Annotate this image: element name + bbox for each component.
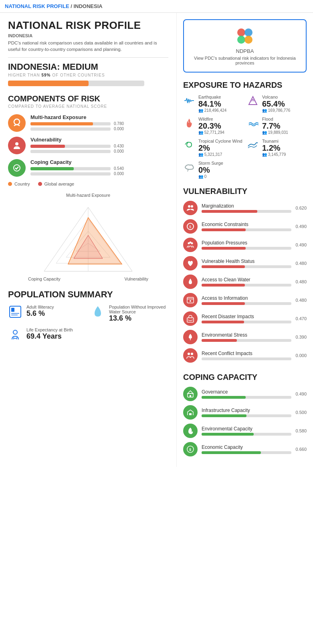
exposure-avg-value: 0.000 xyxy=(114,127,124,131)
disaster-impacts-fill xyxy=(202,321,244,323)
radar-label-right: Vulnerability xyxy=(124,277,148,281)
infrastructure-content: Infrastructure Capacity xyxy=(202,408,291,417)
risk-subtitle: HIGHER THAN 59% OF OTHER COUNTRIES xyxy=(8,73,168,77)
information-content: Access to Information xyxy=(202,295,291,305)
clean-water-track xyxy=(202,284,291,287)
storm-pop: 👥 0 xyxy=(198,174,223,179)
component-exposure: Multi-hazard Exposure 0.780 0.000 xyxy=(8,114,168,132)
metric-env-capacity: Environmental Capacity 0.580 xyxy=(183,424,307,438)
left-column: NATIONAL RISK PROFILE INDONESIA PDC's na… xyxy=(0,13,176,467)
vulnerability-bars: Vulnerability 0.430 0.000 xyxy=(30,137,168,154)
information-icon xyxy=(183,293,198,307)
pop-illiteracy: Adult Illiteracy 5.6 % xyxy=(8,305,86,323)
page-title: NATIONAL RISK PROFILE xyxy=(8,19,168,32)
hazard-cyclone: Tropical Cyclone Wind 2% 👥 5,321,317 xyxy=(183,139,243,157)
risk-progress-fill xyxy=(8,81,89,86)
clean-water-fill xyxy=(202,284,245,287)
right-column: NDPBA View PDC's subnational risk indica… xyxy=(176,13,313,467)
marginalization-track xyxy=(202,210,291,213)
pop-water: Population Without Improved Water Source… xyxy=(91,305,168,323)
marginalization-content: Marginalization xyxy=(202,203,291,213)
ndpba-desc: View PDC's subnational risk indicators f… xyxy=(190,56,299,65)
coping-icon xyxy=(8,159,26,177)
exposure-bars: Multi-hazard Exposure 0.780 0.000 xyxy=(30,114,168,132)
governance-fill xyxy=(202,396,246,399)
svg-point-25 xyxy=(188,205,190,208)
metric-disaster-impacts: Recent Disaster Impacts 0.470 xyxy=(183,311,307,326)
governance-name: Governance xyxy=(202,389,291,395)
pop-life-expectancy: Life Expectancy at Birth 69.4 Years xyxy=(8,327,86,342)
earthquake-name: Earthquake xyxy=(198,95,226,99)
flood-pct: 7.7% xyxy=(262,121,288,130)
breadcrumb: NATIONAL RISK PROFILE / INDONESIA xyxy=(0,0,313,13)
illiteracy-text: Adult Illiteracy 5.6 % xyxy=(26,305,54,318)
conflict-content: Recent Conflict Impacts xyxy=(202,351,291,360)
storm-pct: 0% xyxy=(198,166,223,174)
population-pressures-track xyxy=(202,247,291,250)
disaster-impacts-track xyxy=(202,321,291,323)
water-icon xyxy=(91,305,105,319)
conflict-name: Recent Conflict Impacts xyxy=(202,351,291,356)
earthquake-pop: 👥 218,496,424 xyxy=(198,108,226,113)
country-label: INDONESIA xyxy=(8,33,168,38)
information-track xyxy=(202,302,291,305)
population-pressures-content: Population Pressures xyxy=(202,240,291,250)
conflict-icon xyxy=(183,348,198,363)
disaster-impacts-name: Recent Disaster Impacts xyxy=(202,314,291,319)
svg-rect-14 xyxy=(11,308,14,312)
cyclone-pop: 👥 5,321,317 xyxy=(198,152,242,157)
economic-capacity-track xyxy=(202,451,291,454)
storm-icon xyxy=(183,161,195,173)
economic-constraints-icon: $ xyxy=(183,219,198,234)
exposure-bar-track xyxy=(30,122,111,125)
env-stress-content: Environmental Stress xyxy=(202,332,291,342)
metric-population-pressures: Population Pressures 0.490 xyxy=(183,238,307,252)
clean-water-icon xyxy=(183,275,198,289)
vulnerability-icon xyxy=(8,137,26,154)
page-description: PDC's national risk comparison uses data… xyxy=(8,40,160,52)
flood-icon xyxy=(247,117,259,129)
vulnerability-label: Vulnerability xyxy=(30,137,168,143)
hazard-storm: Storm Surge 0% 👥 0 xyxy=(183,161,243,179)
coping-label: Coping Capacity xyxy=(30,159,168,165)
economic-constraints-content: Economic Constraints xyxy=(202,222,291,231)
infrastructure-track xyxy=(202,414,291,417)
coping-capacity-section-title: COPING CAPACITY xyxy=(183,373,307,382)
volcano-text: Volcano 65.4% 👥 169,786,776 xyxy=(262,95,290,113)
svg-text:$: $ xyxy=(189,225,191,229)
flood-text: Flood 7.7% 👥 19,889,031 xyxy=(262,117,288,135)
illiteracy-label: Adult Illiteracy xyxy=(26,305,54,309)
governance-content: Governance xyxy=(202,389,291,399)
tsunami-icon xyxy=(247,139,259,151)
marginalization-name: Marginalization xyxy=(202,203,291,209)
health-status-value: 0.480 xyxy=(295,261,307,266)
flood-pop: 👥 19,889,031 xyxy=(262,130,288,135)
exposure-value: 0.780 xyxy=(114,121,124,126)
hazard-tsunami: Tsunami 1.2% 👥 3,145,779 xyxy=(247,139,307,157)
breadcrumb-link[interactable]: NATIONAL RISK PROFILE xyxy=(5,3,69,9)
coping-bar-row: 0.540 xyxy=(30,166,168,171)
svg-point-37 xyxy=(191,353,193,355)
marginalization-fill xyxy=(202,210,257,213)
health-status-content: Vulnerable Health Status xyxy=(202,258,291,268)
exposure-avg-row: 0.000 xyxy=(30,127,168,131)
coping-value: 0.540 xyxy=(114,166,124,171)
clean-water-content: Access to Clean Water xyxy=(202,277,291,287)
legend-country-label: Country xyxy=(14,182,30,186)
svg-marker-39 xyxy=(188,391,193,394)
information-name: Access to Information xyxy=(202,295,291,301)
risk-progress-bar xyxy=(8,81,144,86)
hazard-flood: Flood 7.7% 👥 19,889,031 xyxy=(247,117,307,135)
svg-marker-22 xyxy=(249,97,257,105)
ndpba-card[interactable]: NDPBA View PDC's subnational risk indica… xyxy=(183,19,307,73)
vuln-bar-row: 0.430 xyxy=(30,144,168,148)
illiteracy-icon xyxy=(8,305,22,319)
volcano-pct: 65.4% xyxy=(262,99,290,108)
vuln-avg-track xyxy=(30,150,111,153)
svg-point-34 xyxy=(190,300,191,302)
economic-capacity-name: Economic Capacity xyxy=(202,444,291,450)
metric-governance: Governance 0.490 xyxy=(183,387,307,401)
env-capacity-track xyxy=(202,433,291,436)
hazard-earthquake: Earthquake 84.1% 👥 218,496,424 xyxy=(183,95,243,113)
tsunami-pct: 1.2% xyxy=(262,143,286,152)
